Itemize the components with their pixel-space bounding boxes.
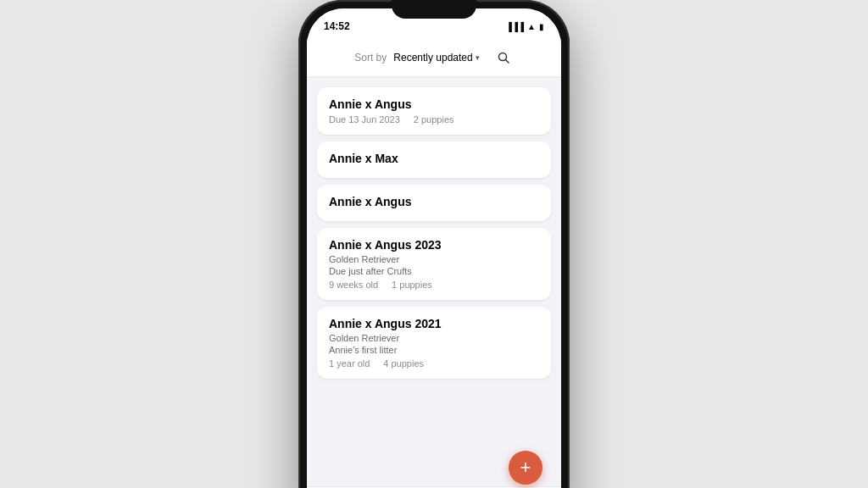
search-button[interactable] [493, 47, 514, 68]
litters-list: Annie x Angus Due 13 Jun 2023 2 puppies … [307, 77, 561, 486]
battery-icon: ▮ [539, 22, 544, 31]
phone-notch [392, 0, 476, 19]
litter-age-4: 9 weeks old [329, 280, 378, 290]
litter-puppies-1: 2 puppies [414, 114, 454, 125]
wifi-icon: ▲ [527, 22, 536, 31]
litter-breed-4: Golden Retriever [329, 254, 539, 264]
litter-due-1: Due 13 Jun 2023 [329, 114, 400, 125]
phone-screen: 14:52 ▐▐▐ ▲ ▮ Sort by Recently updated ▾ [307, 8, 561, 488]
litter-meta-1: Due 13 Jun 2023 2 puppies [329, 114, 539, 125]
litter-card-4[interactable]: Annie x Angus 2023 Golden Retriever Due … [317, 228, 551, 300]
litter-title-5: Annie x Angus 2021 [329, 317, 539, 330]
litter-meta-5: 1 year old 4 puppies [329, 358, 539, 369]
litter-meta-4: 9 weeks old 1 puppies [329, 280, 539, 290]
litter-age-5: 1 year old [329, 358, 370, 369]
sort-value: Recently updated [393, 52, 472, 64]
signal-icon: ▐▐▐ [506, 22, 524, 31]
litter-card-2[interactable]: Annie x Max [317, 141, 551, 178]
litter-due-4: Due just after Crufts [329, 266, 539, 276]
status-time: 14:52 [324, 20, 350, 32]
litter-card-1[interactable]: Annie x Angus Due 13 Jun 2023 2 puppies [317, 87, 551, 135]
litter-title-3: Annie x Angus [329, 195, 539, 208]
litter-notes-5: Annie's first litter [329, 345, 539, 355]
litter-title-4: Annie x Angus 2023 [329, 238, 539, 252]
litter-card-3[interactable]: Annie x Angus [317, 185, 551, 221]
add-litter-fab[interactable]: + [509, 451, 542, 485]
chevron-down-icon: ▾ [476, 53, 480, 62]
status-icons: ▐▐▐ ▲ ▮ [506, 22, 544, 31]
sort-by-label: Sort by [354, 52, 387, 64]
litter-title-1: Annie x Angus [329, 97, 539, 111]
sort-dropdown[interactable]: Recently updated ▾ [393, 52, 479, 64]
litter-puppies-5: 4 puppies [383, 358, 424, 369]
svg-line-1 [505, 60, 509, 64]
litter-breed-5: Golden Retriever [329, 333, 539, 343]
sort-bar: Sort by Recently updated ▾ [307, 39, 561, 77]
litter-card-5[interactable]: Annie x Angus 2021 Golden Retriever Anni… [317, 307, 551, 379]
main-content: Sort by Recently updated ▾ Annie x Angus [307, 39, 561, 486]
phone-frame: 14:52 ▐▐▐ ▲ ▮ Sort by Recently updated ▾ [298, 0, 570, 488]
litter-puppies-4: 1 puppies [392, 280, 432, 290]
litter-title-2: Annie x Max [329, 152, 539, 165]
